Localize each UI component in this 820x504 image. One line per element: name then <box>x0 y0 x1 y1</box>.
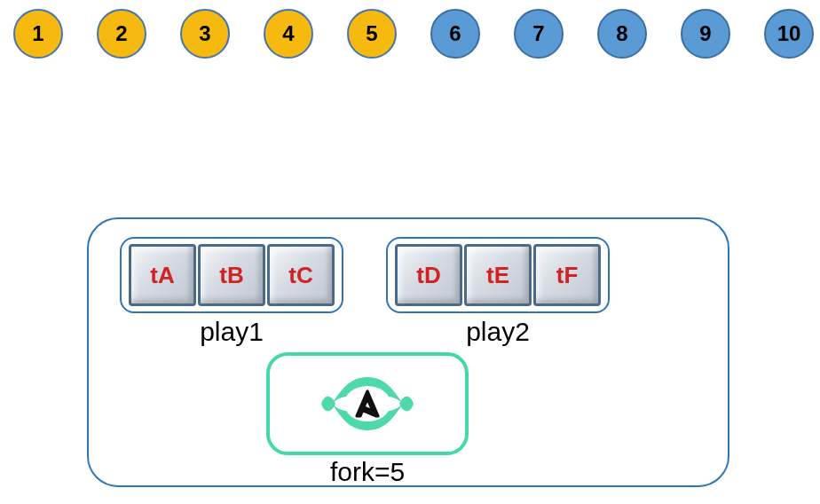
task-tA: tA <box>129 244 196 306</box>
host-circle-4: 4 <box>264 9 313 59</box>
fork-box <box>266 352 469 455</box>
play1-label: play1 <box>120 317 343 347</box>
host-circle-label: 7 <box>532 21 544 46</box>
host-circle-label: 3 <box>199 21 210 46</box>
task-tE: tE <box>464 244 532 306</box>
fork-group: fork=5 <box>266 352 469 487</box>
host-circle-10: 10 <box>764 9 814 59</box>
host-circle-9: 9 <box>681 9 730 59</box>
play2-group: tD tE tF play2 <box>386 237 610 347</box>
host-circle-label: 9 <box>699 21 711 46</box>
task-label: tA <box>150 262 174 289</box>
host-circle-label: 1 <box>32 21 43 46</box>
host-circle-label: 6 <box>449 21 461 46</box>
host-circle-8: 8 <box>597 9 647 59</box>
host-circle-6: 6 <box>430 9 480 59</box>
task-label: tF <box>556 262 579 289</box>
host-circle-label: 10 <box>777 21 801 46</box>
play1-box: tA tB tC <box>120 237 343 313</box>
fork-label: fork=5 <box>266 457 469 487</box>
host-circle-5: 5 <box>347 9 397 59</box>
ansible-icon <box>305 368 430 439</box>
host-circle-label: 2 <box>115 21 127 46</box>
play2-box: tD tE tF <box>386 237 610 313</box>
task-label: tE <box>486 262 509 289</box>
play2-label: play2 <box>386 317 610 347</box>
task-label: tB <box>219 262 243 289</box>
host-circle-label: 5 <box>366 21 377 46</box>
host-circle-3: 3 <box>180 9 230 59</box>
task-label: tC <box>288 262 312 289</box>
host-circle-7: 7 <box>514 9 564 59</box>
play1-group: tA tB tC play1 <box>120 237 343 347</box>
task-tD: tD <box>395 244 462 306</box>
task-label: tD <box>416 262 440 289</box>
task-tB: tB <box>198 244 265 306</box>
host-circles-row: 1 2 3 4 5 6 7 8 9 10 <box>13 9 814 59</box>
task-tC: tC <box>267 244 335 306</box>
playbook-container: tA tB tC play1 tD tE tF play2 <box>87 217 729 487</box>
host-circle-2: 2 <box>97 9 146 59</box>
host-circle-1: 1 <box>13 9 63 59</box>
host-circle-label: 4 <box>282 21 294 46</box>
task-tF: tF <box>533 244 601 306</box>
host-circle-label: 8 <box>616 21 627 46</box>
